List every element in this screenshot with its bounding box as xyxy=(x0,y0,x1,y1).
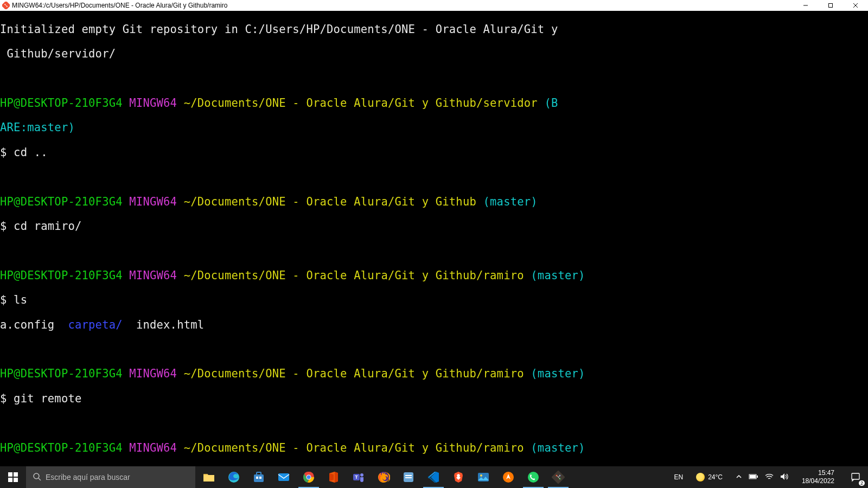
close-button[interactable] xyxy=(843,0,868,11)
prompt-userhost: HP@DESKTOP-210F3G4 xyxy=(0,441,123,454)
store-icon xyxy=(252,471,265,484)
taskbar: Escribe aquí para buscar T EN 24°C 15: xyxy=(0,466,868,488)
svg-text:T: T xyxy=(355,474,358,480)
taskbar-app-explorer[interactable] xyxy=(196,466,221,488)
wifi-icon[interactable] xyxy=(765,473,774,481)
svg-rect-18 xyxy=(259,477,261,479)
svg-rect-11 xyxy=(14,478,18,482)
teams-icon: T xyxy=(352,471,365,484)
language-indicator[interactable]: EN xyxy=(669,473,687,481)
prompt-branch: (master) xyxy=(531,367,585,380)
prompt-userhost: HP@DESKTOP-210F3G4 xyxy=(0,97,123,110)
prompt-branch: (B xyxy=(544,97,558,110)
ls-file: index.html xyxy=(136,318,204,331)
git-bash-icon xyxy=(2,2,10,9)
svg-point-31 xyxy=(480,474,482,477)
taskbar-app-office[interactable] xyxy=(321,466,346,488)
chevron-up-icon[interactable] xyxy=(736,473,742,481)
office-icon xyxy=(327,471,340,484)
svg-rect-42 xyxy=(750,475,756,478)
time: 15:47 xyxy=(802,469,834,477)
edge-icon xyxy=(227,471,240,484)
prompt-branch: (master) xyxy=(531,269,585,282)
svg-rect-10 xyxy=(8,478,12,482)
taskbar-app-store[interactable] xyxy=(246,466,271,488)
svg-line-13 xyxy=(39,478,41,480)
ls-directory: carpeta/ xyxy=(68,318,122,331)
svg-point-22 xyxy=(307,476,311,479)
svg-rect-43 xyxy=(852,473,859,479)
command-text: $ ls xyxy=(0,293,27,306)
svg-rect-16 xyxy=(257,472,261,475)
temperature: 24°C xyxy=(708,473,723,481)
avast-icon xyxy=(502,471,515,484)
prompt-shell: MINGW64 xyxy=(129,97,177,110)
prompt-userhost: HP@DESKTOP-210F3G4 xyxy=(0,269,123,282)
start-button[interactable] xyxy=(0,466,26,488)
taskbar-app-generic1[interactable] xyxy=(396,466,421,488)
taskbar-app-brave[interactable] xyxy=(446,466,471,488)
photos-icon xyxy=(477,471,490,484)
svg-rect-41 xyxy=(757,476,758,478)
taskbar-app-photos[interactable] xyxy=(471,466,496,488)
taskbar-app-edge[interactable] xyxy=(221,466,246,488)
prompt-path: ~/Documents/ONE - Oracle Alura/Git y Git… xyxy=(184,97,538,110)
taskbar-app-gitbash[interactable] xyxy=(546,466,571,488)
taskbar-app-firefox[interactable] xyxy=(371,466,396,488)
taskbar-search[interactable]: Escribe aquí para buscar xyxy=(26,466,195,488)
taskbar-app-avast[interactable] xyxy=(496,466,521,488)
window-title: MINGW64:/c/Users/HP/Documents/ONE - Orac… xyxy=(12,2,227,9)
date: 18/04/2022 xyxy=(802,477,834,485)
svg-rect-29 xyxy=(405,477,412,478)
svg-rect-5 xyxy=(829,4,833,8)
svg-rect-17 xyxy=(256,477,258,479)
prompt-shell: MINGW64 xyxy=(129,367,177,380)
window-titlebar: MINGW64:/c/Users/HP/Documents/ONE - Orac… xyxy=(0,0,868,11)
vscode-icon xyxy=(427,471,440,484)
prompt-path: ~/Documents/ONE - Oracle Alura/Git y Git… xyxy=(184,269,524,282)
notification-badge: 2 xyxy=(859,480,865,486)
chrome-icon xyxy=(302,471,315,484)
taskbar-app-whatsapp[interactable] xyxy=(521,466,546,488)
svg-rect-9 xyxy=(14,472,18,477)
command-text: $ cd ramiro/ xyxy=(0,220,82,233)
svg-point-12 xyxy=(34,473,39,479)
taskbar-app-chrome[interactable] xyxy=(296,466,321,488)
taskbar-app-vscode[interactable] xyxy=(421,466,446,488)
taskbar-app-mail[interactable] xyxy=(271,466,296,488)
sun-icon xyxy=(696,473,705,481)
svg-rect-8 xyxy=(8,472,12,477)
taskbar-app-teams[interactable]: T xyxy=(346,466,371,488)
weather-widget[interactable]: 24°C xyxy=(692,473,727,481)
prompt-branch: (master) xyxy=(531,441,585,454)
folder-icon xyxy=(202,471,215,484)
svg-point-25 xyxy=(360,473,363,477)
battery-icon[interactable] xyxy=(749,473,758,481)
prompt-branch: (master) xyxy=(483,195,538,208)
svg-rect-28 xyxy=(405,475,412,476)
svg-rect-19 xyxy=(278,473,289,481)
minimize-button[interactable] xyxy=(793,0,818,11)
clock[interactable]: 15:47 18/04/2022 xyxy=(797,469,839,485)
terminal-output[interactable]: Initialized empty Git repository in C:/U… xyxy=(0,11,868,466)
prompt-path: ~/Documents/ONE - Oracle Alura/Git y Git… xyxy=(184,441,524,454)
prompt-userhost: HP@DESKTOP-210F3G4 xyxy=(0,195,123,208)
notifications-button[interactable]: 2 xyxy=(843,466,868,488)
prompt-shell: MINGW64 xyxy=(129,441,177,454)
prompt-path: ~/Documents/ONE - Oracle Alura/Git y Git… xyxy=(184,195,476,208)
output-text: Initialized empty Git repository in C:/U… xyxy=(0,23,558,36)
volume-icon[interactable] xyxy=(780,473,789,482)
search-icon xyxy=(33,472,41,483)
prompt-shell: MINGW64 xyxy=(129,269,177,282)
svg-point-33 xyxy=(528,472,539,483)
maximize-button[interactable] xyxy=(818,0,843,11)
prompt-shell: MINGW64 xyxy=(129,195,177,208)
brave-icon xyxy=(452,471,465,484)
mail-icon xyxy=(277,471,290,484)
svg-rect-15 xyxy=(254,474,264,482)
git-icon xyxy=(552,471,565,484)
whatsapp-icon xyxy=(527,471,540,484)
command-text: $ git remote xyxy=(0,392,82,405)
output-text: Github/servidor/ xyxy=(0,47,116,60)
firefox-icon xyxy=(377,471,390,484)
